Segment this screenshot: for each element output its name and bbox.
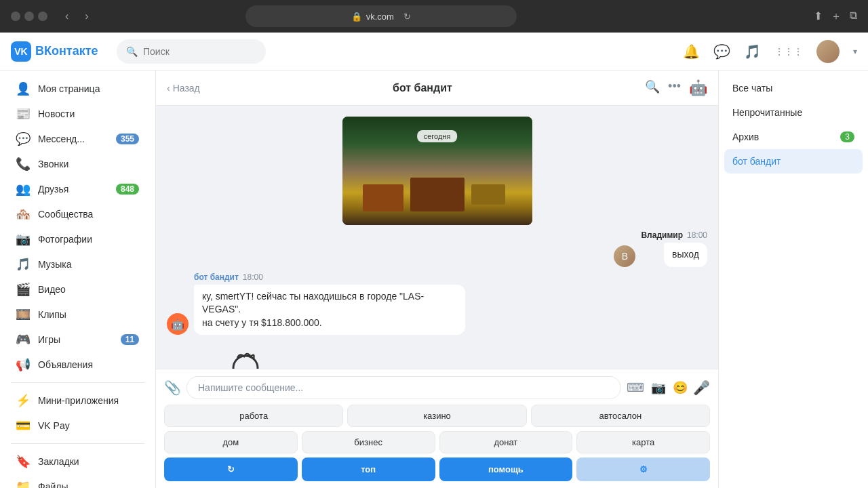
- video-icon: 🎬: [16, 283, 30, 296]
- my-page-icon: 👤: [16, 82, 30, 96]
- sidebar-item-news[interactable]: 📰 Новости: [5, 102, 150, 126]
- bot-message-meta: бот бандит 18:00: [194, 272, 465, 282]
- user-message-bubble: выход: [664, 243, 707, 267]
- sidebar-item-games[interactable]: 🎮 Игры 11: [5, 327, 150, 352]
- image-message-wrapper: сегодня: [167, 117, 707, 225]
- quick-reply-casino[interactable]: казино: [347, 405, 526, 427]
- notifications-icon[interactable]: 🔔: [683, 43, 700, 60]
- message-input[interactable]: [186, 376, 621, 399]
- panel-bot-bandit[interactable]: бот бандит: [724, 149, 863, 174]
- sidebar-item-friends[interactable]: 👥 Друзья 848: [5, 177, 150, 201]
- camera-icon[interactable]: 📷: [651, 380, 666, 395]
- window-controls: [11, 12, 47, 21]
- help-button[interactable]: помощь: [439, 458, 573, 481]
- bot-message-bubble: ку, smertYT! сейчас ты находишься в горо…: [194, 285, 465, 336]
- url-text: vk.com: [366, 12, 394, 22]
- sidebar-label-photos: Фотографии: [38, 234, 92, 245]
- chat-title: бот бандит: [208, 82, 637, 94]
- quick-reply-home[interactable]: дом: [164, 431, 298, 453]
- bot-message-group: 🤖 бот бандит 18:00 ку, smertYT! сейчас т…: [167, 272, 707, 336]
- browser-action-icons: ⬆ ＋ ⧉: [814, 9, 857, 24]
- sidebar-item-ads[interactable]: 📢 Объявления: [5, 352, 150, 377]
- sidebar-item-communities[interactable]: 🏘️ Сообщества: [5, 202, 150, 226]
- quick-reply-map[interactable]: карта: [576, 431, 710, 453]
- messenger-icon: 💬: [16, 132, 30, 146]
- music-nav-icon: 🎵: [16, 258, 30, 271]
- sidebar-label-files: Файлы: [38, 481, 68, 488]
- window-close[interactable]: [11, 12, 20, 21]
- stick-figure-svg: [205, 351, 286, 369]
- quick-reply-work[interactable]: работа: [164, 405, 343, 427]
- tabs-icon[interactable]: ⧉: [850, 9, 857, 24]
- window-minimize[interactable]: [24, 12, 34, 21]
- sidebar-divider-1: [11, 382, 144, 383]
- sidebar-item-vk-pay[interactable]: 💳 VK Pay: [5, 413, 150, 438]
- sidebar-label-vk-pay: VK Pay: [38, 420, 70, 431]
- settings-button[interactable]: ⚙: [576, 458, 710, 481]
- action-buttons: ↻ топ помощь ⚙: [164, 458, 710, 481]
- bot-message-text: ку, smertYT! сейчас ты находишься в горо…: [202, 291, 424, 328]
- quick-reply-business[interactable]: бизнес: [302, 431, 435, 453]
- window-maximize[interactable]: [38, 12, 47, 21]
- search-chat-icon[interactable]: 🔍: [645, 79, 660, 97]
- sidebar-item-clips[interactable]: 🎞️ Клипы: [5, 302, 150, 327]
- search-bar[interactable]: 🔍: [117, 39, 266, 64]
- sidebar-label-clips: Клипы: [38, 309, 66, 320]
- quick-replies-row2: дом бизнес донат карта: [164, 431, 710, 453]
- panel-archive[interactable]: Архив 3: [724, 125, 863, 149]
- quick-reply-auto[interactable]: автосалон: [531, 405, 710, 427]
- attach-icon[interactable]: 📎: [164, 380, 181, 396]
- date-badge: сегодня: [417, 130, 458, 142]
- sidebar-item-files[interactable]: 📁 Файлы: [5, 474, 150, 488]
- back-button[interactable]: ‹ Назад: [167, 83, 200, 94]
- forward-nav-icon[interactable]: ›: [81, 7, 92, 25]
- grid-icon[interactable]: ⋮⋮⋮: [774, 46, 803, 57]
- browser-chrome: ‹ › 🔒 vk.com ↻ ⬆ ＋ ⧉: [0, 0, 868, 33]
- user-menu-chevron[interactable]: ▾: [853, 47, 857, 56]
- mic-icon[interactable]: 🎤: [693, 380, 710, 396]
- sidebar-item-music[interactable]: 🎵 Музыка: [5, 252, 150, 277]
- quick-reply-donate[interactable]: донат: [439, 431, 573, 453]
- vk-icon: VK: [11, 41, 31, 62]
- sidebar-item-video[interactable]: 🎬 Видео: [5, 277, 150, 302]
- add-tab-icon[interactable]: ＋: [831, 9, 842, 24]
- games-icon: 🎮: [16, 333, 30, 346]
- address-bar[interactable]: 🔒 vk.com ↻: [245, 5, 517, 27]
- bot-message-wrapper: 🤖 бот бандит 18:00 ку, smertYT! сейчас т…: [167, 272, 707, 336]
- more-options-icon[interactable]: •••: [668, 79, 681, 97]
- bot-icon[interactable]: 🤖: [689, 79, 707, 97]
- panel-unread[interactable]: Непрочитанные: [724, 100, 863, 125]
- user-message-time: 18:00: [687, 230, 707, 240]
- messages-icon[interactable]: 💬: [713, 43, 730, 60]
- nav-icons: 🔔 💬 🎵 ⋮⋮⋮ ▾: [683, 40, 857, 63]
- back-nav-icon[interactable]: ‹: [61, 7, 73, 25]
- sidebar-item-calls[interactable]: 📞 Звонки: [5, 152, 150, 176]
- sidebar-item-bookmarks[interactable]: 🔖 Закладки: [5, 449, 150, 474]
- panel-all-chats[interactable]: Все чаты: [724, 76, 863, 100]
- stick-figure-sticker: [194, 340, 297, 369]
- user-avatar[interactable]: [816, 40, 840, 63]
- sidebar-item-mini-apps[interactable]: ⚡ Мини-приложения: [5, 388, 150, 413]
- emoji-icon[interactable]: 😊: [673, 380, 688, 395]
- refresh-button[interactable]: ↻: [164, 458, 298, 481]
- sidebar-item-my-page[interactable]: 👤 Моя страница: [5, 77, 150, 101]
- keyboard-icon[interactable]: ⌨: [627, 380, 644, 395]
- music-icon[interactable]: 🎵: [744, 43, 761, 60]
- calls-icon: 📞: [16, 157, 30, 171]
- chat-header: ‹ Назад бот бандит 🔍 ••• 🤖: [156, 70, 718, 106]
- sidebar-item-photos[interactable]: 📷 Фотографии: [5, 227, 150, 251]
- news-icon: 📰: [16, 107, 30, 121]
- search-input[interactable]: [143, 46, 256, 57]
- chat-input-area: 📎 ⌨ 📷 😊 🎤 работа казино автосалон: [156, 369, 718, 488]
- share-icon[interactable]: ⬆: [814, 9, 823, 24]
- chat-header-actions: 🔍 ••• 🤖: [645, 79, 707, 97]
- sidebar-label-ads: Объявления: [38, 359, 93, 370]
- vk-logo[interactable]: VK ВКонтакте: [11, 41, 106, 62]
- bot-bandit-label: бот бандит: [732, 156, 781, 167]
- sidebar-item-messenger[interactable]: 💬 Мессенд... 355: [5, 127, 150, 151]
- chat-messages[interactable]: сегодня Владимир 18:00 выход: [156, 106, 718, 369]
- vk-pay-icon: 💳: [16, 419, 30, 432]
- friends-badge: 848: [116, 184, 139, 195]
- reload-icon[interactable]: ↻: [403, 12, 411, 22]
- top-button[interactable]: топ: [302, 458, 435, 481]
